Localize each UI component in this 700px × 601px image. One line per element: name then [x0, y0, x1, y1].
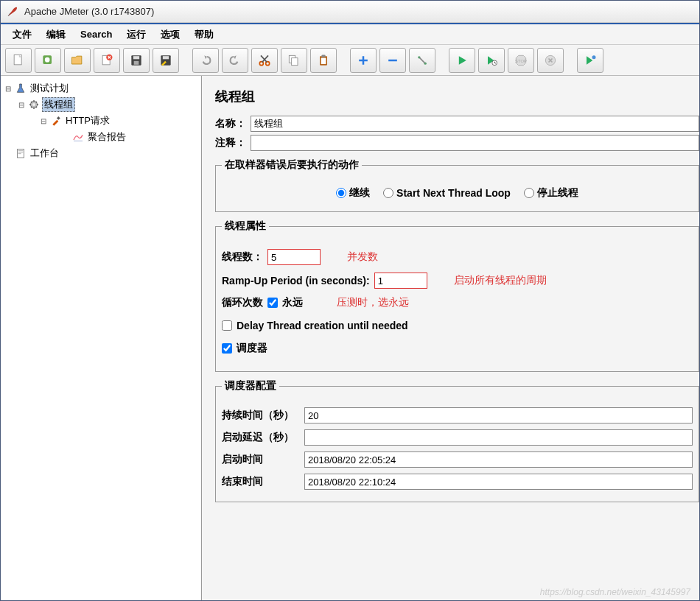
- close-button[interactable]: [94, 48, 120, 73]
- svg-text:STOP: STOP: [515, 58, 527, 63]
- duration-label: 持续时间（秒）: [222, 409, 300, 422]
- radio-startnext[interactable]: Start Next Thread Loop: [383, 187, 511, 199]
- radio-continue-input[interactable]: [336, 188, 346, 198]
- redo-button[interactable]: [222, 48, 248, 73]
- menu-file[interactable]: 文件: [5, 25, 39, 44]
- app-icon: [7, 6, 18, 18]
- sched-fieldset: 调度器配置 持续时间（秒） 启动延迟（秒） 启动时间 结束时间: [215, 379, 699, 502]
- content-pane: 线程组 名称： 注释： 在取样器错误后要执行的动作 继续 Start Next …: [202, 76, 699, 600]
- collapse-button[interactable]: [379, 48, 406, 73]
- threads-note: 并发数: [347, 250, 378, 264]
- cut-button[interactable]: [251, 48, 278, 73]
- start-button[interactable]: [449, 48, 475, 73]
- panel-title: 线程组: [215, 88, 699, 105]
- name-row: 名称：: [215, 116, 699, 132]
- svg-rect-7: [134, 60, 139, 64]
- window-title: Apache JMeter (3.0 r1743807): [24, 6, 154, 17]
- delay-row: Delay Thread creation until needed: [222, 320, 693, 331]
- tree-toggle-icon[interactable]: ⊟: [39, 116, 48, 125]
- onerror-fieldset: 在取样器错误后要执行的动作 继续 Start Next Thread Loop …: [215, 158, 699, 212]
- svg-rect-15: [321, 57, 326, 63]
- comment-label: 注释：: [215, 136, 246, 150]
- save-button[interactable]: [123, 48, 150, 73]
- svg-rect-25: [57, 116, 60, 120]
- scheduler-label: 调度器: [237, 342, 267, 355]
- menu-search[interactable]: Search: [73, 26, 119, 43]
- delay-checkbox[interactable]: [222, 320, 232, 331]
- tree-pane[interactable]: ⊟ 测试计划 ⊟ 线程组 ⊟ HTTP请求 ⊟ 聚合报告 ⊟: [1, 76, 202, 600]
- toolbar: STOP: [1, 45, 699, 76]
- toggle-button[interactable]: [409, 48, 435, 73]
- ramp-note: 启动所有线程的周期: [454, 274, 547, 287]
- remote-start-button[interactable]: [577, 48, 603, 73]
- menu-run[interactable]: 运行: [119, 25, 153, 44]
- tree-label: 线程组: [42, 97, 75, 112]
- templates-button[interactable]: [35, 48, 61, 73]
- menu-options[interactable]: 选项: [153, 25, 187, 44]
- scheduler-row: 调度器: [222, 342, 693, 355]
- dropper-icon: [49, 114, 63, 127]
- starttime-row: 启动时间: [222, 451, 693, 468]
- props-fieldset: 线程属性 线程数： 并发数 Ramp-Up Period (in seconds…: [215, 219, 699, 372]
- stop-button[interactable]: STOP: [508, 48, 534, 73]
- tree-testplan[interactable]: ⊟ 测试计划: [4, 80, 198, 96]
- shutdown-button[interactable]: [537, 48, 564, 73]
- radio-label: Start Next Thread Loop: [396, 187, 511, 199]
- tree-label: HTTP请求: [64, 114, 111, 127]
- svg-point-22: [592, 55, 596, 59]
- radio-startnext-input[interactable]: [383, 188, 393, 198]
- duration-input[interactable]: [304, 407, 693, 423]
- paste-button[interactable]: [310, 48, 337, 73]
- threads-row: 线程数： 并发数: [222, 249, 693, 265]
- tree-toggle-icon[interactable]: ⊟: [17, 100, 26, 109]
- comment-row: 注释：: [215, 135, 699, 151]
- svg-rect-13: [292, 57, 298, 65]
- saveas-button[interactable]: [153, 48, 179, 73]
- startdelay-input[interactable]: [304, 429, 693, 446]
- endtime-label: 结束时间: [222, 475, 300, 488]
- threads-input[interactable]: [267, 249, 321, 265]
- svg-rect-6: [133, 56, 139, 59]
- body: ⊟ 测试计划 ⊟ 线程组 ⊟ HTTP请求 ⊟ 聚合报告 ⊟: [1, 76, 699, 600]
- ramp-label: Ramp-Up Period (in seconds):: [222, 275, 370, 287]
- copy-button[interactable]: [281, 48, 307, 73]
- gear-icon: [27, 98, 41, 111]
- starttime-label: 启动时间: [222, 453, 300, 466]
- menu-help[interactable]: 帮助: [187, 25, 221, 44]
- starttime-input[interactable]: [304, 451, 693, 468]
- undo-button[interactable]: [192, 48, 219, 73]
- titlebar: Apache JMeter (3.0 r1743807): [1, 1, 699, 23]
- ramp-row: Ramp-Up Period (in seconds): 启动所有线程的周期: [222, 273, 693, 289]
- loop-note: 压测时，选永远: [337, 296, 409, 309]
- delay-label: Delay Thread creation until needed: [237, 320, 408, 331]
- scheduler-checkbox[interactable]: [222, 343, 232, 354]
- onerror-legend: 在取样器错误后要执行的动作: [222, 158, 362, 172]
- svg-rect-16: [322, 55, 326, 57]
- name-input[interactable]: [251, 116, 699, 132]
- tree-httprequest[interactable]: ⊟ HTTP请求: [4, 113, 198, 129]
- menu-edit[interactable]: 编辑: [39, 25, 73, 44]
- endtime-input[interactable]: [304, 474, 693, 490]
- comment-input[interactable]: [251, 135, 699, 151]
- tree-workbench[interactable]: ⊟ 工作台: [4, 145, 198, 161]
- radio-stopthread-input[interactable]: [524, 188, 534, 198]
- radio-stopthread[interactable]: 停止线程: [524, 186, 578, 200]
- expand-button[interactable]: [350, 48, 377, 73]
- radio-continue[interactable]: 继续: [336, 186, 370, 200]
- new-button[interactable]: [5, 48, 32, 73]
- tree-toggle-icon[interactable]: ⊟: [4, 84, 13, 93]
- ramp-input[interactable]: [374, 273, 427, 289]
- radio-label: 继续: [349, 186, 370, 200]
- tree-threadgroup[interactable]: ⊟ 线程组: [4, 96, 198, 113]
- open-button[interactable]: [64, 48, 91, 73]
- forever-checkbox[interactable]: [267, 298, 278, 308]
- clipboard-icon: [14, 147, 27, 160]
- start-notimer-button[interactable]: [478, 48, 505, 73]
- forever-label: 永远: [282, 296, 303, 309]
- app-window: Apache JMeter (3.0 r1743807) 文件 编辑 Searc…: [0, 0, 700, 601]
- duration-row: 持续时间（秒）: [222, 407, 693, 423]
- flask-icon: [14, 82, 27, 95]
- tree-aggregate[interactable]: ⊟ 聚合报告: [4, 129, 198, 145]
- chart-icon: [71, 130, 85, 144]
- watermark: https://blog.csdn.net/weixin_43145997: [540, 587, 690, 597]
